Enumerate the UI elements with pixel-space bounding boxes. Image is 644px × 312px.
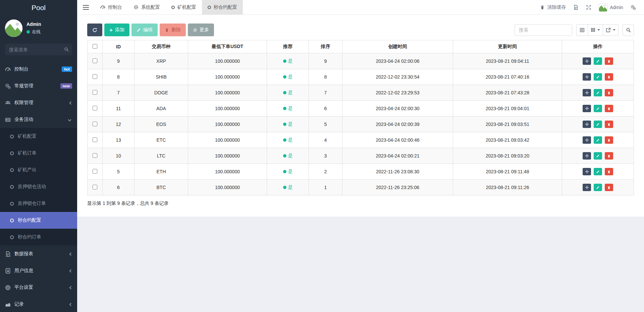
app-logo: Pool xyxy=(0,0,77,15)
table-row: 12 EOS 100.000000 是 5 2023-04-24 02:00:3… xyxy=(88,117,634,132)
cell-min-usdt: 100.000000 xyxy=(188,148,267,164)
clear-cache-button[interactable]: 清除缓存 xyxy=(540,4,566,10)
trash-icon xyxy=(607,59,611,63)
row-delete-button[interactable] xyxy=(605,184,613,191)
row-move-button[interactable] xyxy=(583,105,591,112)
tab-miner-config[interactable]: 矿机配置 xyxy=(166,0,202,14)
trash-icon xyxy=(607,138,611,142)
row-checkbox[interactable] xyxy=(93,153,97,158)
sidebar-item-reports[interactable]: 数据报表 xyxy=(0,246,77,262)
pencil-icon xyxy=(596,91,600,95)
settings-button[interactable] xyxy=(631,5,636,10)
sidebar-item-miner-config[interactable]: 矿机配置 xyxy=(0,128,77,145)
fullscreen-button[interactable] xyxy=(586,5,591,10)
select-all-checkbox[interactable] xyxy=(93,44,97,49)
row-checkbox[interactable] xyxy=(93,58,97,63)
circle-icon xyxy=(10,168,14,172)
row-move-button[interactable] xyxy=(583,152,591,160)
row-checkbox[interactable] xyxy=(93,106,97,110)
row-delete-button[interactable] xyxy=(605,105,613,112)
row-edit-button[interactable] xyxy=(594,57,602,65)
row-delete-button[interactable] xyxy=(605,57,613,65)
menu-search-input[interactable] xyxy=(5,44,72,55)
export-button[interactable] xyxy=(603,24,619,36)
add-button[interactable]: + 添加 xyxy=(104,24,129,36)
column-header-coin: 交易币种 xyxy=(135,40,188,53)
tab-system-config[interactable]: 系统配置 xyxy=(128,0,166,14)
sidebar-item-general[interactable]: 常规管理 new xyxy=(0,78,77,94)
sidebar-item-seconds-contract-config[interactable]: 秒合约配置 xyxy=(0,212,77,229)
columns-button[interactable] xyxy=(588,24,603,36)
table-row: 7 DOGE 100.000000 是 7 2022-12-02 23:29:5… xyxy=(88,85,634,101)
sidebar-item-staking-activity[interactable]: 质押锁仓活动 xyxy=(0,178,77,195)
row-delete-button[interactable] xyxy=(605,136,613,144)
sidebar-item-business[interactable]: 业务活动 xyxy=(0,111,77,128)
sidebar-item-records[interactable]: 记录 xyxy=(0,296,77,312)
language-button[interactable] xyxy=(573,5,579,10)
sidebar-item-dashboard[interactable]: 控制台 hot xyxy=(0,61,77,78)
table-toolbar: + 添加 编辑 删除 更多 xyxy=(87,24,634,36)
cell-created: 2022-11-26 23:25:06 xyxy=(342,180,453,195)
row-edit-button[interactable] xyxy=(594,89,602,96)
grid-icon xyxy=(591,28,595,32)
row-checkbox[interactable] xyxy=(93,122,97,126)
row-delete-button[interactable] xyxy=(605,73,613,81)
delete-button[interactable]: 删除 xyxy=(160,24,186,36)
search-button[interactable] xyxy=(623,24,634,36)
table-search-input[interactable] xyxy=(515,24,572,36)
row-move-button[interactable] xyxy=(583,136,591,144)
more-button-label: 更多 xyxy=(200,27,209,33)
row-edit-button[interactable] xyxy=(594,152,602,160)
sidebar-item-platform-settings[interactable]: 平台设置 xyxy=(0,279,77,296)
fullscreen-icon xyxy=(586,5,591,10)
row-delete-button[interactable] xyxy=(605,121,613,128)
chevron-down-icon xyxy=(68,118,71,121)
edit-button[interactable]: 编辑 xyxy=(131,24,158,36)
row-edit-button[interactable] xyxy=(594,73,602,81)
row-delete-button[interactable] xyxy=(605,152,613,160)
sidebar-item-seconds-contract-orders[interactable]: 秒合约订单 xyxy=(0,229,77,246)
cell-updated: 2023-08-21 09:04:01 xyxy=(453,101,562,117)
row-edit-button[interactable] xyxy=(594,121,602,128)
search-icon xyxy=(64,47,69,52)
row-move-button[interactable] xyxy=(583,73,591,81)
row-move-button[interactable] xyxy=(583,89,591,96)
row-checkbox[interactable] xyxy=(93,137,97,142)
sidebar-item-user-info[interactable]: 用户信息 xyxy=(0,262,77,279)
sidebar-toggle-button[interactable] xyxy=(77,0,95,14)
cell-updated: 2023-08-21 09:03:20 xyxy=(453,148,562,164)
refresh-button[interactable] xyxy=(87,24,102,36)
sidebar-item-staking-orders[interactable]: 质押锁仓订单 xyxy=(0,195,77,212)
gear-icon xyxy=(193,28,197,32)
tab-dashboard[interactable]: 控制台 xyxy=(95,0,128,14)
sidebar-item-miner-output[interactable]: 矿机产出 xyxy=(0,162,77,178)
tab-seconds-contract-config[interactable]: 秒合约配置 xyxy=(202,0,243,14)
row-move-button[interactable] xyxy=(583,168,591,175)
row-move-button[interactable] xyxy=(583,121,591,128)
row-delete-button[interactable] xyxy=(605,168,613,175)
row-edit-button[interactable] xyxy=(594,184,602,191)
row-edit-button[interactable] xyxy=(594,168,602,175)
table-row: 5 ETH 100.000000 是 2 2022-11-26 23:08:30… xyxy=(88,164,634,180)
cell-recommend: 是 xyxy=(288,105,293,112)
row-move-button[interactable] xyxy=(583,57,591,65)
row-move-button[interactable] xyxy=(583,184,591,191)
table-row: 6 BTC 100.000000 是 1 2022-11-26 23:25:06… xyxy=(88,180,634,195)
recommend-dot xyxy=(283,123,286,126)
row-edit-button[interactable] xyxy=(594,136,602,144)
row-delete-button[interactable] xyxy=(605,89,613,96)
sidebar-item-miner-orders[interactable]: 矿机订单 xyxy=(0,145,77,162)
sidebar-item-permissions[interactable]: 权限管理 xyxy=(0,94,77,111)
delete-button-label: 删除 xyxy=(171,27,181,33)
row-edit-button[interactable] xyxy=(594,105,602,112)
pencil-icon xyxy=(596,186,600,189)
row-checkbox[interactable] xyxy=(93,185,97,189)
sidebar-item-label: 业务活动 xyxy=(14,117,33,123)
row-checkbox[interactable] xyxy=(93,169,97,174)
user-menu[interactable]: Admin xyxy=(599,3,623,12)
row-checkbox[interactable] xyxy=(93,74,97,79)
detail-view-button[interactable] xyxy=(576,24,588,36)
sidebar-item-label: 平台设置 xyxy=(14,284,33,291)
row-checkbox[interactable] xyxy=(93,90,97,95)
more-button[interactable]: 更多 xyxy=(188,24,214,36)
